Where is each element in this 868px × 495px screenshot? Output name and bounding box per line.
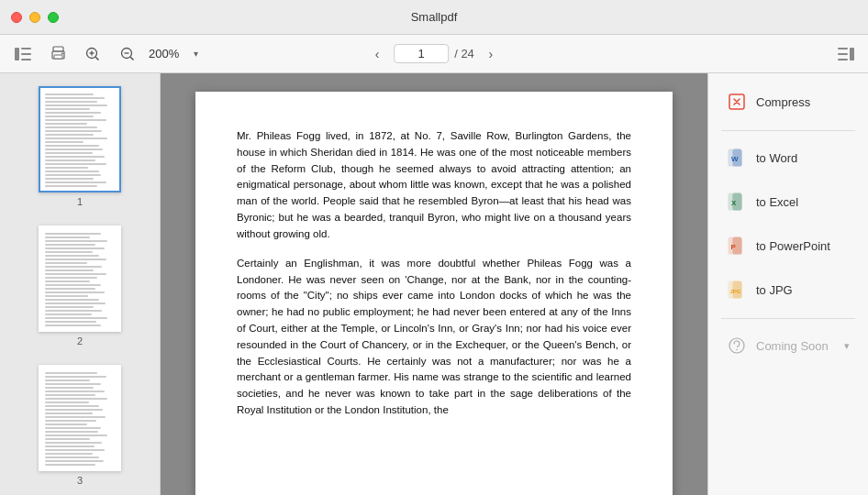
coming-soon-section[interactable]: Coming Soon ▾ bbox=[714, 324, 862, 367]
powerpoint-icon: P bbox=[727, 236, 747, 256]
main-content: 1 bbox=[0, 73, 868, 495]
window-title: Smallpdf bbox=[411, 10, 458, 24]
svg-text:P: P bbox=[731, 243, 737, 251]
sidebar-toggle-button[interactable] bbox=[9, 40, 37, 68]
to-jpg-label: to JPG bbox=[756, 283, 793, 297]
compress-label: Compress bbox=[756, 95, 810, 109]
svg-rect-4 bbox=[53, 47, 63, 51]
zoom-in-button[interactable] bbox=[79, 40, 106, 68]
pdf-viewer[interactable]: Mr. Phileas Fogg lived, in 1872, at No. … bbox=[161, 73, 707, 495]
page-navigation: ‹ / 24 › bbox=[366, 43, 502, 65]
svg-rect-1 bbox=[21, 48, 31, 50]
next-page-button[interactable]: › bbox=[480, 43, 502, 65]
svg-line-14 bbox=[130, 57, 134, 60]
pdf-paragraph-1: Mr. Phileas Fogg lived, in 1872, at No. … bbox=[237, 128, 631, 243]
compress-icon bbox=[727, 92, 747, 112]
zoom-dropdown-icon: ▾ bbox=[194, 49, 198, 59]
svg-text:JPG: JPG bbox=[730, 289, 741, 294]
close-button[interactable] bbox=[11, 12, 22, 23]
thumbnail-num-1: 1 bbox=[77, 196, 83, 207]
pdf-page: Mr. Phileas Fogg lived, in 1872, at No. … bbox=[195, 92, 673, 495]
panel-divider-2 bbox=[721, 318, 855, 319]
svg-point-33 bbox=[736, 349, 738, 351]
to-word-button[interactable]: W to Word bbox=[714, 137, 862, 179]
to-jpg-button[interactable]: JPG to JPG bbox=[714, 269, 862, 311]
to-excel-button[interactable]: X to Excel bbox=[714, 181, 862, 223]
zoom-out-button[interactable] bbox=[114, 40, 141, 68]
toolbar: 200% ▾ ‹ / 24 › bbox=[0, 35, 868, 73]
thumbnail-num-2: 2 bbox=[77, 336, 83, 346]
svg-text:X: X bbox=[731, 199, 737, 207]
right-sidebar-toggle-button[interactable] bbox=[833, 41, 859, 67]
to-powerpoint-label: to PowerPoint bbox=[756, 239, 830, 253]
svg-rect-16 bbox=[838, 48, 848, 50]
page-number-input[interactable] bbox=[394, 44, 449, 63]
thumbnail-img-2 bbox=[39, 226, 121, 332]
coming-soon-label: Coming Soon bbox=[756, 339, 835, 353]
svg-rect-0 bbox=[15, 48, 19, 60]
svg-rect-3 bbox=[21, 59, 31, 60]
thumbnail-img-3 bbox=[39, 365, 121, 471]
jpg-icon: JPG bbox=[727, 280, 747, 300]
minimize-button[interactable] bbox=[29, 12, 40, 23]
svg-text:W: W bbox=[731, 155, 739, 163]
thumbnail-1[interactable]: 1 bbox=[0, 82, 160, 211]
thumbnail-2[interactable]: 2 bbox=[0, 222, 160, 350]
panel-divider-1 bbox=[721, 130, 855, 131]
svg-rect-6 bbox=[54, 55, 62, 59]
title-bar: Smallpdf bbox=[0, 0, 868, 35]
right-panel: Compress W to Word X to Excel bbox=[707, 73, 868, 495]
excel-icon: X bbox=[727, 192, 747, 212]
coming-soon-icon bbox=[727, 336, 747, 356]
traffic-lights bbox=[11, 12, 59, 23]
svg-line-11 bbox=[95, 57, 99, 60]
svg-rect-2 bbox=[21, 53, 31, 55]
compress-button[interactable]: Compress bbox=[714, 81, 862, 123]
pdf-paragraph-2: Certainly an Englishman, it was more dou… bbox=[237, 256, 631, 419]
zoom-control[interactable]: 200% ▾ bbox=[149, 47, 198, 60]
svg-rect-15 bbox=[850, 48, 854, 60]
svg-point-7 bbox=[61, 53, 63, 55]
svg-rect-17 bbox=[838, 53, 848, 55]
thumbnail-panel: 1 bbox=[0, 73, 161, 495]
thumbnail-num-3: 3 bbox=[77, 475, 83, 486]
word-icon: W bbox=[727, 148, 747, 168]
to-excel-label: to Excel bbox=[756, 195, 798, 209]
svg-point-32 bbox=[729, 338, 744, 353]
print-button[interactable] bbox=[44, 40, 72, 68]
zoom-level: 200% bbox=[149, 47, 190, 60]
maximize-button[interactable] bbox=[48, 12, 59, 23]
to-powerpoint-button[interactable]: P to PowerPoint bbox=[714, 225, 862, 267]
prev-page-button[interactable]: ‹ bbox=[366, 43, 388, 65]
coming-soon-chevron-icon: ▾ bbox=[844, 340, 850, 352]
page-separator: / 24 bbox=[454, 47, 474, 60]
thumbnail-img-1 bbox=[39, 86, 121, 192]
svg-rect-18 bbox=[838, 59, 848, 60]
thumbnail-3[interactable]: 3 bbox=[0, 361, 160, 490]
to-word-label: to Word bbox=[756, 151, 797, 165]
